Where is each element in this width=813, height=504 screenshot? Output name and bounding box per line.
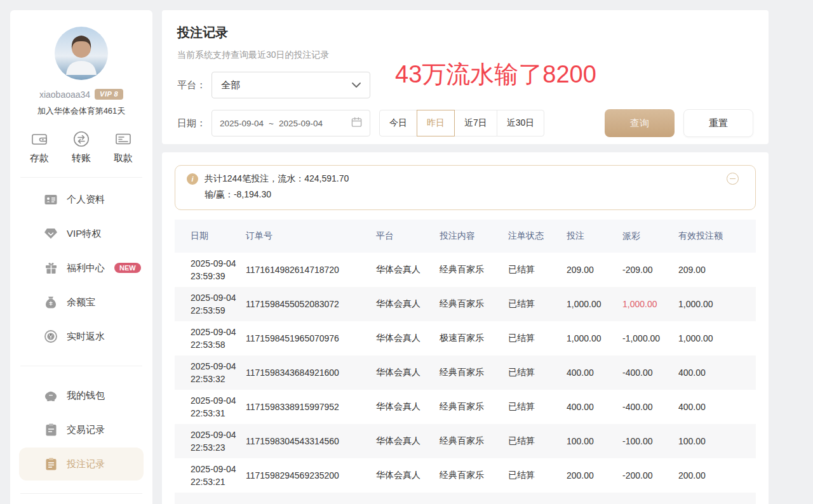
cell-bet-content: 经典百家乐 (436, 470, 505, 481)
sidebar-item-gift[interactable]: 福利中心NEW (19, 251, 144, 284)
cell-platform: 华体会真人 (373, 264, 436, 275)
divider (20, 493, 142, 494)
vip-badge: VIP 8 (95, 89, 123, 100)
cell-platform: 华体会真人 (373, 298, 436, 310)
money-bag-icon (44, 296, 57, 308)
collapse-icon[interactable] (727, 173, 739, 185)
page-title: 投注记录 (177, 24, 753, 41)
cell-order-no: 1171598338915997952 (243, 402, 373, 412)
range-button-3[interactable]: 近30日 (497, 110, 545, 136)
sidebar-item-money-bag[interactable]: 余额宝 (19, 286, 144, 319)
cell-order-no: 1171598343684921600 (243, 368, 373, 378)
table-row[interactable]: 2025-09-04 1171598291247370880 华体会真人 经典百… (175, 493, 756, 504)
cell-bet-content: 经典百家乐 (436, 435, 505, 447)
reset-button[interactable]: 重置 (683, 109, 753, 137)
quick-action-label: 存款 (30, 152, 49, 164)
date-start: 2025-09-04 (220, 119, 264, 128)
summary-box: i 共计1244笔投注，流水：424,591.70 输/赢：-8,194.30 (175, 165, 756, 210)
avatar[interactable] (55, 27, 108, 80)
date-range-input[interactable]: 2025-09-04 ~ 2025-09-04 (212, 110, 370, 136)
sidebar-item-label: 实时返水 (67, 331, 105, 343)
cell-date: 2025-09-0422:53:32 (175, 360, 243, 385)
date-end: 2025-09-04 (279, 119, 323, 128)
sidebar-item-label: 余额宝 (67, 296, 95, 308)
quick-action-withdraw-card[interactable]: 取款 (114, 131, 133, 164)
table-row[interactable]: 2025-09-0422:53:32 1171598343684921600 华… (175, 355, 756, 390)
sidebar-item-label: 我的钱包 (67, 390, 105, 402)
quick-action-transfer-arrows[interactable]: 转账 (72, 131, 91, 164)
range-button-0[interactable]: 今日 (379, 110, 417, 136)
sidebar-item-rebate-coin[interactable]: 实时返水 (19, 320, 144, 353)
sidebar-item-transaction-doc[interactable]: 交易记录 (19, 413, 144, 446)
cell-date: 2025-09-0422:53:58 (175, 326, 243, 351)
menu-group: 我的钱包交易记录投注记录 (10, 374, 152, 486)
cell-bet-content: 经典百家乐 (436, 367, 505, 378)
platform-select-value: 全部 (221, 79, 240, 91)
sidebar-item-label: 交易记录 (67, 424, 105, 436)
cell-order-no: 1171598451965070976 (243, 333, 373, 343)
cell-platform: 华体会真人 (373, 470, 436, 481)
action-buttons: 查询 重置 (605, 109, 753, 137)
cell-date: 2025-09-0423:59:39 (175, 257, 243, 282)
table-row[interactable]: 2025-09-0422:53:23 1171598304543314560 华… (175, 424, 756, 458)
quick-actions: 存款转账取款 (10, 131, 152, 164)
username: xiaobaoaa34 (39, 90, 90, 100)
bet-records-table: 日期订单号平台投注内容注单状态投注派彩有效投注额 2025-09-0423:59… (175, 220, 756, 504)
sidebar-item-vip-gem[interactable]: VIP特权 (19, 217, 144, 250)
cell-platform: 华体会真人 (373, 435, 436, 447)
cell-platform: 华体会真人 (373, 401, 436, 413)
summary-line1: 共计1244笔投注，流水：424,591.70 (205, 173, 349, 185)
query-button[interactable]: 查询 (605, 109, 675, 137)
sidebar-item-label: 投注记录 (67, 458, 105, 470)
column-header: 日期 (175, 230, 243, 242)
cell-date: 2025-09-0422:53:59 (175, 291, 243, 317)
cell-date: 2025-09-0422:53:31 (175, 394, 243, 420)
gift-icon (44, 262, 57, 274)
quick-action-label: 取款 (114, 152, 133, 164)
cell-valid-amount: 1,000.00 (675, 299, 756, 309)
cell-valid-amount: 1,000.00 (675, 333, 756, 343)
column-header: 注单状态 (505, 230, 563, 242)
quick-action-deposit-wallet[interactable]: 存款 (30, 131, 49, 164)
sidebar: xiaobaoaa34 VIP 8 加入华体会体育第461天 存款转账取款 个人… (10, 10, 152, 504)
cell-status: 已结算 (505, 264, 563, 275)
betting-records-page: xiaobaoaa34 VIP 8 加入华体会体育第461天 存款转账取款 个人… (0, 0, 813, 504)
sidebar-item-bet-doc[interactable]: 投注记录 (19, 448, 144, 481)
column-header: 有效投注额 (675, 230, 756, 242)
date-row: 日期： 2025-09-04 ~ 2025-09-04 今日昨日近7日近30日 … (177, 109, 753, 137)
cell-bet-amount: 100.00 (563, 436, 619, 446)
cell-platform: 华体会真人 (373, 333, 436, 344)
platform-label: 平台： (177, 79, 212, 91)
transfer-arrows-icon (72, 131, 91, 147)
range-button-2[interactable]: 近7日 (454, 110, 497, 136)
cell-valid-amount: 200.00 (675, 470, 756, 481)
transaction-doc-icon (44, 423, 57, 436)
table-row[interactable]: 2025-09-0422:53:58 1171598451965070976 华… (175, 321, 756, 355)
withdraw-card-icon (114, 131, 133, 147)
sidebar-item-label: 福利中心 (67, 262, 105, 274)
bet-doc-icon (44, 458, 57, 470)
cell-order-no: 1171598455052083072 (243, 299, 373, 309)
cell-payout: -1,000.00 (619, 333, 675, 343)
range-button-1[interactable]: 昨日 (417, 110, 455, 136)
results-card: i 共计1244笔投注，流水：424,591.70 输/赢：-8,194.30 … (162, 152, 769, 504)
table-row[interactable]: 2025-09-0422:53:21 1171598294569235200 华… (175, 458, 756, 493)
cell-platform: 华体会真人 (373, 367, 436, 378)
table-row[interactable]: 2025-09-0422:53:59 1171598455052083072 华… (175, 287, 756, 321)
platform-select[interactable]: 全部 (212, 72, 370, 98)
rebate-coin-icon (44, 330, 57, 343)
cell-bet-amount: 400.00 (563, 402, 619, 412)
wallet-pig-icon (44, 389, 57, 402)
table-row[interactable]: 2025-09-0422:53:31 1171598338915997952 华… (175, 390, 756, 424)
new-badge: NEW (114, 263, 141, 273)
sidebar-item-id-card[interactable]: 个人资料 (19, 183, 144, 216)
column-header: 投注内容 (436, 230, 505, 242)
column-header: 投注 (563, 230, 619, 242)
sidebar-item-wallet-pig[interactable]: 我的钱包 (19, 379, 144, 412)
table-row[interactable]: 2025-09-0423:59:39 1171614982614718720 华… (175, 253, 756, 287)
date-label: 日期： (177, 117, 212, 129)
profile-section: xiaobaoaa34 VIP 8 加入华体会体育第461天 存款转账取款 (10, 10, 152, 164)
sidebar-item-label: VIP特权 (67, 228, 101, 240)
cell-bet-content: 极速百家乐 (436, 333, 505, 344)
date-quick-ranges: 今日昨日近7日近30日 (379, 110, 544, 136)
